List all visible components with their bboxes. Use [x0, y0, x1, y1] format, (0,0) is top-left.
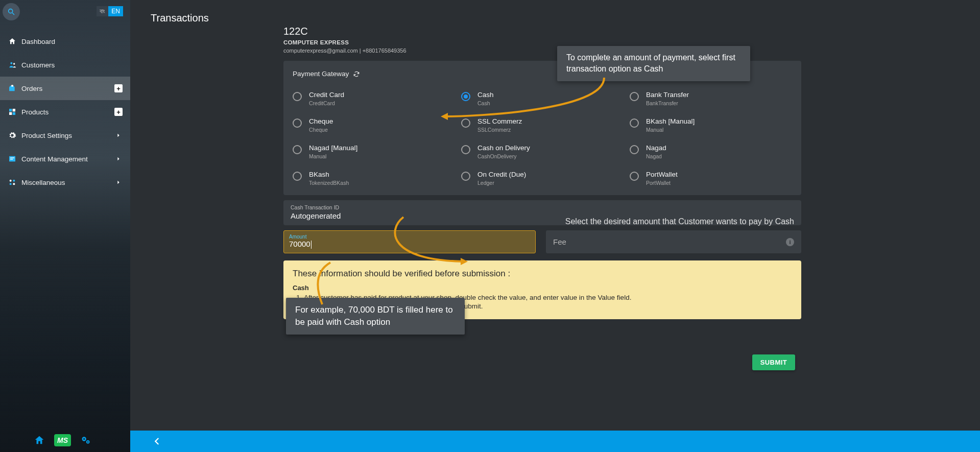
- svg-point-18: [83, 438, 85, 440]
- svg-rect-8: [13, 112, 15, 115]
- gateway-option-sslcommerz[interactable]: SSL CommerzSSLCommerz: [461, 117, 624, 133]
- gateway-option-nagad[interactable]: NagadNagad: [630, 144, 792, 159]
- home-icon: [34, 435, 45, 446]
- amount-label: Amount: [289, 234, 530, 240]
- sidebar-item-products[interactable]: Products +: [0, 100, 130, 124]
- radio-title: BKash [Manual]: [646, 117, 695, 125]
- radio-subtitle: Nagad: [646, 153, 666, 159]
- radio-icon: [293, 92, 302, 101]
- misc-icon: [8, 178, 16, 186]
- amount-field[interactable]: Amount 70000: [283, 230, 536, 253]
- svg-point-15: [13, 183, 15, 185]
- gears-icon: [80, 435, 91, 445]
- svg-point-3: [13, 63, 15, 64]
- radio-icon: [630, 172, 639, 181]
- radio-title: Credit Card: [309, 91, 344, 99]
- radio-title: Nagad: [646, 144, 666, 152]
- chevron-right-icon: [116, 179, 121, 185]
- gateway-option-nagadmanual[interactable]: Nagad [Manual]Manual: [293, 144, 455, 159]
- gear-icon: [8, 131, 16, 139]
- search-button[interactable]: [3, 3, 20, 20]
- radio-subtitle: CreditCard: [309, 100, 344, 106]
- sidebar-item-label: Products: [21, 108, 114, 116]
- radio-icon: [630, 118, 639, 128]
- page-title: Transactions: [130, 0, 980, 24]
- sidebar-item-dashboard[interactable]: Dashboard: [0, 30, 130, 53]
- submit-button[interactable]: SUBMIT: [752, 354, 795, 370]
- language-switcher[interactable]: বাং EN: [97, 6, 123, 16]
- products-icon: [8, 108, 16, 116]
- svg-point-14: [10, 183, 12, 185]
- radio-subtitle: BankTransfer: [646, 100, 689, 106]
- txid-hint: Select the desired amount that Customer …: [565, 217, 794, 226]
- add-product-button[interactable]: +: [114, 108, 123, 116]
- gateway-option-cheque[interactable]: ChequeCheque: [293, 117, 455, 133]
- gateway-option-oncredit[interactable]: On Credit (Due)Ledger: [461, 171, 624, 186]
- svg-point-13: [13, 180, 15, 182]
- sidebar-item-product-settings[interactable]: Product Settings: [0, 124, 130, 147]
- radio-icon: [461, 172, 470, 181]
- bottom-bar: [130, 431, 980, 452]
- refresh-icon[interactable]: [353, 70, 360, 78]
- gateway-option-banktransfer[interactable]: Bank TransferBankTransfer: [630, 91, 792, 106]
- sidebar-item-customers[interactable]: Customers: [0, 53, 130, 77]
- add-order-button[interactable]: +: [114, 84, 123, 92]
- order-id: 122C: [283, 26, 801, 37]
- transaction-id-bar: Cash Transaction ID Autogenerated Select…: [283, 200, 801, 225]
- radio-title: Nagad [Manual]: [309, 144, 357, 152]
- gateway-option-cod[interactable]: Cash on DeliveryCashOnDelivery: [461, 144, 624, 159]
- sidebar-bottombar: MS: [0, 429, 130, 452]
- radio-icon: [293, 145, 302, 154]
- radio-subtitle: Cash: [477, 100, 494, 106]
- gateway-option-cash[interactable]: CashCash: [461, 91, 624, 106]
- radio-icon: [461, 92, 470, 101]
- radio-subtitle: SSLCommerz: [477, 127, 522, 133]
- home-button[interactable]: [34, 435, 45, 446]
- search-icon: [7, 8, 15, 16]
- svg-rect-11: [10, 159, 13, 159]
- gateway-option-portwallet[interactable]: PortWalletPortWallet: [630, 171, 792, 186]
- sidebar-item-label: Miscellaneous: [21, 179, 114, 186]
- svg-point-12: [10, 180, 12, 182]
- back-button[interactable]: [153, 436, 162, 447]
- sidebar: বাং EN Dashboard Customers Orders + Prod…: [0, 0, 130, 452]
- radio-title: BKash: [309, 171, 349, 178]
- svg-rect-7: [9, 112, 12, 115]
- svg-rect-10: [10, 157, 14, 158]
- gateway-option-bkash[interactable]: BKashTokenizedBKash: [293, 171, 455, 186]
- radio-icon: [293, 118, 302, 128]
- svg-point-19: [87, 441, 88, 442]
- radio-subtitle: PortWallet: [646, 180, 678, 186]
- svg-point-2: [10, 62, 12, 64]
- settings-button[interactable]: [80, 435, 91, 445]
- verify-subtitle: Cash: [293, 284, 792, 292]
- radio-icon: [293, 172, 302, 181]
- chevron-right-icon: [116, 132, 121, 138]
- radio-icon: [461, 118, 470, 128]
- sidebar-item-orders[interactable]: Orders +: [0, 77, 130, 100]
- radio-subtitle: Manual: [646, 127, 695, 133]
- radio-subtitle: Cheque: [309, 127, 333, 133]
- content-icon: [8, 155, 16, 163]
- orders-icon: [8, 84, 16, 92]
- ms-badge[interactable]: MS: [54, 434, 71, 446]
- lang-en[interactable]: EN: [108, 6, 123, 16]
- sidebar-item-content-management[interactable]: Content Management: [0, 147, 130, 171]
- gateway-option-creditcard[interactable]: Credit CardCreditCard: [293, 91, 455, 106]
- info-icon[interactable]: i: [786, 238, 794, 246]
- sidebar-item-miscellaneous[interactable]: Miscellaneous: [0, 171, 130, 194]
- radio-title: Cheque: [309, 117, 333, 125]
- sidebar-item-label: Customers: [21, 61, 123, 69]
- amount-input[interactable]: 70000: [289, 240, 310, 248]
- gateway-option-bkashmanual[interactable]: BKash [Manual]Manual: [630, 117, 792, 133]
- fee-field[interactable]: Fee i: [546, 230, 801, 253]
- radio-icon: [461, 145, 470, 154]
- svg-line-1: [12, 13, 14, 15]
- radio-subtitle: CashOnDelivery: [477, 153, 530, 159]
- lang-bn[interactable]: বাং: [97, 6, 108, 16]
- radio-title: SSL Commerz: [477, 117, 522, 125]
- radio-title: On Credit (Due): [477, 171, 526, 178]
- content: 122C COMPUTER EXPRESS computerexpress@gm…: [283, 26, 801, 319]
- svg-rect-6: [13, 109, 15, 111]
- sidebar-item-label: Content Management: [21, 155, 114, 163]
